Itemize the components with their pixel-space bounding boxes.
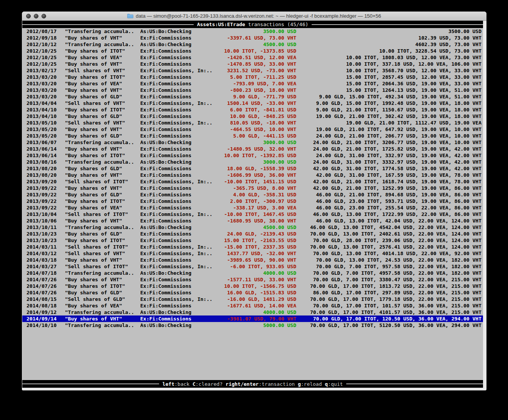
table-row[interactable]: 2014/09/12 "Transfering accumula.. As:US…: [22, 309, 483, 315]
txn-other-accounts: Ex:Fi:Commissions: [140, 54, 216, 61]
table-row[interactable]: 2013/03/20 "Buy shares of ITOT" Ex:Fi:Co…: [22, 74, 483, 80]
table-row[interactable]: 2013/10/23 "Buy shares of ITOT" Ex:Fi:Co…: [22, 237, 483, 244]
help-action: :transaction: [259, 381, 295, 387]
table-row[interactable]: 2013/09/22 "Buy shares of VEA" Ex:Fi:Com…: [22, 204, 483, 211]
table-row[interactable]: 2014/07/26 "Buy shares of VHT" Ex:Fi:Com…: [22, 276, 483, 283]
txn-description: "Buy shares of ITOT": [65, 237, 140, 244]
table-row[interactable]: 2013/04/10 "Buy shares of ITOT" Ex:Fi:Co…: [22, 106, 483, 113]
txn-description: "Transfering accumula..: [65, 270, 140, 276]
table-row[interactable]: 2013/10/11 "Transfering accumula.. As:US…: [22, 224, 483, 231]
table-row[interactable]: 2012/10/12 "Transfering accumula.. As:US…: [22, 41, 483, 48]
txn-balance-amount: 70.00 GLD, 17.00 ITOT, 120.50 USD, 36.00…: [296, 315, 481, 322]
table-row[interactable]: 2013/09/22 "Buy shares of VHT" Ex:Fi:Com…: [22, 185, 483, 191]
minimize-button[interactable]: [34, 14, 38, 18]
txn-other-accounts: As:US:Bo:Checking: [140, 41, 216, 48]
txn-description: "Buy shares of GLD": [65, 289, 140, 296]
table-row[interactable]: 2014/10/10 "Transfering accumula.. As:US…: [22, 322, 483, 329]
table-row[interactable]: 2014/03/12 "Sell shares of VHT" Ex:Fi:Co…: [22, 250, 483, 257]
table-row[interactable]: 2014/03/11 "Sell shares of ITOT" Ex:Fi:C…: [22, 244, 483, 250]
table-row[interactable]: 2014/07/26 "Buy shares of GLD" Ex:Fi:Com…: [22, 289, 483, 296]
table-row[interactable]: 2013/02/17 "Sell shares of VHT" Ex:Fi:Co…: [22, 67, 483, 74]
txn-date: 2013/10/23: [27, 237, 57, 244]
table-row[interactable]: 2014/07/26 "Buy shares of ITOT" Ex:Fi:Co…: [22, 283, 483, 289]
txn-description: "Buy shares of VHT": [65, 172, 140, 178]
table-row[interactable]: 2013/09/22 "Buy shares of ITOT" Ex:Fi:Co…: [22, 198, 483, 204]
table-row[interactable]: 2012/09/18 "Buy shares of VHT" Ex:Fi:Com…: [22, 35, 483, 41]
table-row[interactable]: 2013/08/20 "Buy shares of GLD" Ex:Fi:Com…: [22, 165, 483, 172]
txn-description: "Buy shares of VEA": [65, 204, 140, 211]
table-row[interactable]: 2013/03/20 "Buy shares of VEA" Ex:Fi:Com…: [22, 80, 483, 87]
table-row[interactable]: 2013/09/20 "Sell shares of ITOT" Ex:Fi:C…: [22, 178, 483, 185]
table-row[interactable]: 2014/08/18 "Buy shares of VEA" Ex:Fi:Com…: [22, 302, 483, 309]
table-row[interactable]: 2013/10/23 "Buy shares of GLD" Ex:Fi:Com…: [22, 231, 483, 237]
txn-balance-amount: 70.00 GLD, 13.00 ITOT, 4014.18 USD, 22.0…: [296, 250, 481, 257]
txn-other-accounts: Ex:Fi:Commissions: [140, 191, 216, 198]
txn-balance-amount: 46.00 GLD, 21.00 ITOT, 894.68 USD, 19.00…: [296, 191, 481, 198]
txn-balance-amount: 46.00 GLD, 13.00 ITOT, 42.04 USD, 22.00 …: [296, 217, 481, 224]
table-row[interactable]: 2013/06/07 "Transfering accumula.. As:US…: [22, 139, 483, 146]
table-row[interactable]: 2013/10/06 "Buy shares of VHT" Ex:Fi:Com…: [22, 217, 483, 224]
zoom-button[interactable]: [42, 14, 46, 18]
table-row[interactable]: 2013/08/16 "Transfering accumula.. As:US…: [22, 159, 483, 165]
txn-date: 2014/10/10: [27, 322, 57, 329]
txn-change-amount: -3397.61 USD, 73.00 VHT: [216, 35, 296, 41]
txn-change-amount: 810.05 USD, -18.00 VHT: [216, 120, 296, 126]
table-row[interactable]: 2013/03/20 "Buy shares of VHT" Ex:Fi:Com…: [22, 87, 483, 93]
table-row[interactable]: 2014/08/15 "Sell shares of GLD" Ex:Fi:Co…: [22, 296, 483, 302]
table-row[interactable]: 2014/03/18 "Buy shares of VHT" Ex:Fi:Com…: [22, 257, 483, 263]
table-row[interactable]: 2013/05/20 "Buy shares of VHT" Ex:Fi:Com…: [22, 126, 483, 133]
table-row[interactable]: 2013/05/10 "Sell shares of VHT" Ex:Fi:Co…: [22, 120, 483, 126]
help-action: :back: [174, 381, 189, 387]
txn-change-amount: -1480.95 USD, 32.00 VHT: [216, 146, 296, 152]
txn-balance-amount: 24.00 GLD, 21.00 ITOT, 3206.77 USD, 19.0…: [296, 139, 481, 146]
txn-other-accounts: Ex:Fi:Commissions: [140, 204, 216, 211]
txn-description: "Buy shares of VHT": [65, 217, 140, 224]
txn-other-accounts: Ex:Fi:Commissions: [140, 106, 216, 113]
txn-date: 2014/07/26: [27, 276, 57, 283]
help-action: :reload: [301, 381, 322, 387]
txn-date: 2013/04/10: [27, 106, 57, 113]
table-row[interactable]: 2012/10/25 "Buy shares of VEA" Ex:Fi:Com…: [22, 54, 483, 61]
table-row[interactable]: 2014/07/18 "Transfering accumula.. As:US…: [22, 270, 483, 276]
txn-description: "Buy shares of ITOT": [65, 283, 140, 289]
table-row[interactable]: 2012/08/17 "Transfering accumula.. As:US…: [22, 28, 483, 35]
table-row[interactable]: 2013/03/20 "Buy shares of GLD" Ex:Fi:Com…: [22, 93, 483, 100]
traffic-lights: [26, 12, 46, 20]
table-row[interactable]: 2013/06/14 "Buy shares of ITOT" Ex:Fi:Co…: [22, 152, 483, 159]
titlebar[interactable]: data — simon@pool-71-165-239-133.lsanca.…: [22, 12, 486, 21]
txn-balance-amount: 70.00 GLD, 13.00 ITOT, 24.53 USD, 22.00 …: [296, 257, 481, 263]
close-button[interactable]: [26, 14, 31, 18]
txn-other-accounts: Ex:Fi:Commissions: [140, 165, 216, 172]
transactions-list[interactable]: 2012/08/17 "Transfering accumula.. As:US…: [22, 28, 483, 329]
txn-description: "Buy shares of GLD": [65, 133, 140, 139]
txn-change-amount: -15.00 ITOT, 2337.35 USD: [216, 244, 296, 250]
help-bar: left:back C:cleared? right/enter:transac…: [22, 380, 483, 388]
table-row[interactable]: 2013/10/04 "Sell shares of ITOT" Ex:Fi:C…: [22, 211, 483, 217]
table-row[interactable]: 2013/04/04 "Sell shares of VHT" Ex:Fi:Co…: [22, 100, 483, 106]
table-row[interactable]: 2013/06/14 "Buy shares of VHT" Ex:Fi:Com…: [22, 146, 483, 152]
txn-date: 2012/10/25: [27, 61, 57, 67]
table-row[interactable]: 2012/10/25 "Buy shares of VHT" Ex:Fi:Com…: [22, 61, 483, 67]
table-row[interactable]: 2014/09/14 "Buy shares of VHT" Ex:Fi:Com…: [22, 315, 483, 322]
txn-date: 2012/08/17: [27, 28, 57, 35]
help-action: :cleared?: [196, 381, 222, 387]
window-title: data — simon@pool-71-165-239-133.lsanca.…: [22, 13, 486, 19]
txn-balance-amount: 19.00 GLD, 21.00 ITOT, 647.92 USD, 19.00…: [296, 126, 481, 133]
txn-other-accounts: Ex:Fi:Commissions, In:..: [140, 100, 216, 106]
table-row[interactable]: 2013/09/22 "Buy shares of GLD" Ex:Fi:Com…: [22, 191, 483, 198]
table-row[interactable]: 2013/04/10 "Buy shares of GLD" Ex:Fi:Com…: [22, 113, 483, 120]
table-row[interactable]: 2012/10/25 "Buy shares of ITOT" Ex:Fi:Co…: [22, 48, 483, 54]
txn-balance-amount: 70.00 GLD, 17.00 ITOT, 5120.50 USD, 36.0…: [296, 322, 481, 329]
txn-description: "Buy shares of VHT": [65, 146, 140, 152]
txn-other-accounts: Ex:Fi:Commissions: [140, 276, 216, 283]
help-key: C: [193, 381, 196, 387]
txn-balance-amount: 9.00 GLD, 15.00 ITOT, 1992.48 USD, 19.00…: [296, 100, 481, 106]
txn-change-amount: 1500.14 USD, -33.00 VHT: [216, 100, 296, 106]
table-row[interactable]: 2013/05/20 "Buy shares of GLD" Ex:Fi:Com…: [22, 133, 483, 139]
scrollbar-track[interactable]: [483, 21, 486, 388]
txn-other-accounts: As:US:Bo:Checking: [140, 28, 216, 35]
table-row[interactable]: 2013/08/20 "Buy shares of VHT" Ex:Fi:Com…: [22, 172, 483, 178]
txn-balance-amount: 70.00 GLD, 13.00 ITOT, 2576.41 USD, 22.0…: [296, 244, 481, 250]
table-row[interactable]: 2014/03/27 "Sell shares of ITOT" Ex:Fi:C…: [22, 263, 483, 270]
txn-description: "Sell shares of VHT": [65, 120, 140, 126]
